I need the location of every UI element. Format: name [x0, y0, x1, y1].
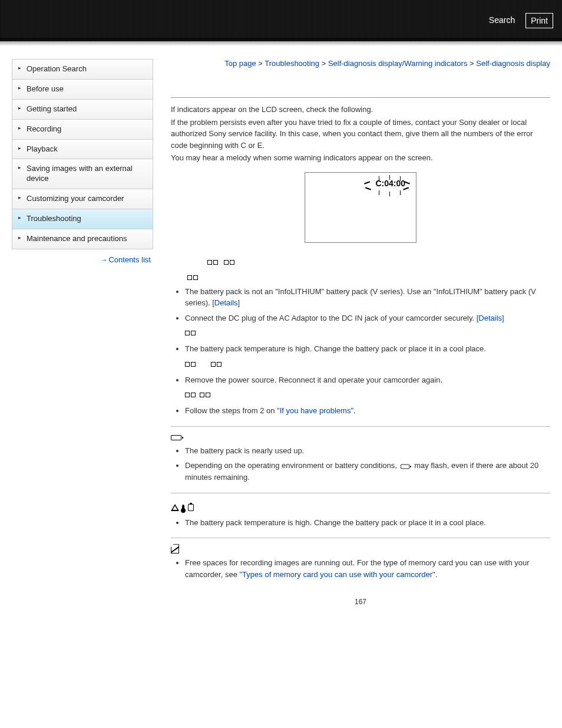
tick-mark: [379, 176, 380, 181]
list-item: Free spaces for recording images are run…: [185, 557, 550, 580]
text: Depending on the operating environment o…: [185, 461, 397, 470]
breadcrumb-self-diag-warning[interactable]: Self-diagnosis display/Warning indicator…: [328, 59, 468, 68]
sidebar-item-before-use[interactable]: Before use: [12, 80, 153, 100]
text: .: [435, 570, 438, 579]
details-link[interactable]: [Details]: [212, 298, 240, 307]
battery-list: The battery pack is nearly used up. Depe…: [172, 445, 550, 483]
text: Follow the steps from 2 on: [185, 406, 275, 415]
header-shadow: [0, 38, 562, 46]
breadcrumb-top[interactable]: Top page: [224, 59, 256, 68]
sidebar-item-customizing[interactable]: Customizing your camcorder: [12, 189, 153, 209]
text: The battery pack temperature is high. Ch…: [185, 344, 486, 353]
sidebar-item-getting-started[interactable]: Getting started: [12, 100, 153, 120]
sidebar-item-recording[interactable]: Recording: [12, 120, 153, 140]
tick-mark: [365, 187, 371, 190]
battery-icon: [401, 464, 409, 469]
thermometer-icon: [182, 505, 184, 510]
contents-list: →Contents list: [12, 249, 153, 264]
tick-mark: [400, 176, 401, 181]
battery-low-icon-heading: [171, 433, 550, 442]
breadcrumb: Top page > Troubleshooting > Self-diagno…: [171, 59, 550, 85]
header-band: Search Print: [0, 0, 562, 41]
breadcrumb-sep: >: [258, 59, 263, 68]
tick-mark: [379, 190, 380, 195]
text: Connect the DC plug of the AC Adaptor to…: [185, 314, 474, 322]
print-button[interactable]: Print: [525, 13, 553, 28]
c04-list: The battery pack is not an "InfoLITHIUM"…: [172, 286, 550, 417]
list-item: Depending on the operating environment o…: [185, 460, 550, 483]
list-item: The battery pack is nearly used up.: [185, 445, 550, 457]
lcd-illustration: C:04:00: [305, 172, 416, 243]
main-content: Top page > Troubleshooting > Self-diagno…: [171, 59, 550, 606]
list-item: Remove the power source. Reconnect it an…: [185, 374, 550, 402]
if-problems-link[interactable]: "If you have problems": [277, 406, 353, 415]
divider: [171, 426, 550, 427]
breadcrumb-sep: >: [470, 59, 474, 68]
warning-triangle-icon: [171, 504, 179, 511]
breadcrumb-sep: >: [322, 59, 326, 68]
sidebar-item-maintenance[interactable]: Maintenance and precautions: [12, 229, 153, 249]
details-link[interactable]: [Details]: [477, 314, 504, 322]
tick-mark: [400, 190, 401, 195]
memory-card-warning-icon: [171, 544, 179, 554]
battery-temp-list: The battery pack temperature is high. Ch…: [172, 517, 550, 529]
arrow-right-icon: →: [100, 256, 107, 264]
intro-p3: You may hear a melody when some warning …: [171, 152, 550, 164]
tick-mark: [364, 181, 370, 184]
list-item: The battery pack temperature is high. Ch…: [185, 343, 550, 371]
tick-mark: [389, 192, 391, 196]
memory-card-list: Free spaces for recording images are run…: [172, 557, 550, 580]
list-item: The battery pack is not an "InfoLITHIUM"…: [185, 286, 550, 309]
divider: [171, 538, 550, 538]
code-heading-main: [207, 257, 550, 267]
lcd-code-text: C:04:00: [375, 179, 405, 188]
battery-temp-icon-heading: [171, 504, 194, 511]
contents-list-link[interactable]: Contents list: [108, 255, 151, 264]
header-actions: Search Print: [484, 13, 553, 28]
sidebar: Operation Search Before use Getting star…: [12, 59, 153, 264]
sidebar-item-operation-search[interactable]: Operation Search: [12, 60, 153, 80]
code-c06: [185, 327, 550, 340]
sidebar-item-troubleshooting[interactable]: Troubleshooting: [12, 209, 153, 229]
sidebar-item-saving-images[interactable]: Saving images with an external device: [12, 159, 153, 189]
code-c04: [187, 273, 550, 282]
breadcrumb-troubleshooting[interactable]: Troubleshooting: [265, 59, 319, 68]
list-item: The battery pack temperature is high. Ch…: [185, 517, 550, 529]
page-number: 167: [171, 598, 550, 606]
intro-text: If indicators appear on the LCD screen, …: [171, 104, 550, 164]
battery-upright-icon: [188, 504, 194, 511]
list-item: Connect the DC plug of the AC Adaptor to…: [185, 312, 550, 340]
code-e: [185, 389, 550, 401]
code-c13-c32: [185, 358, 550, 371]
sidebar-item-playback[interactable]: Playback: [12, 140, 153, 160]
intro-p1: If indicators appear on the LCD screen, …: [171, 104, 550, 116]
memory-card-icon-heading: [171, 544, 550, 554]
divider: [171, 97, 550, 98]
list-item: Follow the steps from 2 on "If you have …: [185, 405, 550, 417]
divider: [171, 493, 550, 493]
battery-icon: [171, 435, 181, 440]
search-button[interactable]: Search: [484, 13, 520, 28]
tick-mark: [389, 175, 391, 180]
text: Remove the power source. Reconnect it an…: [185, 375, 442, 384]
intro-p2: If the problem persists even after you h…: [171, 117, 550, 151]
memory-card-types-link[interactable]: "Types of memory card you can use with y…: [240, 570, 435, 579]
nav-list: Operation Search Before use Getting star…: [12, 59, 153, 249]
text: .: [353, 406, 356, 415]
breadcrumb-self-diag-display[interactable]: Self-diagnosis display: [476, 59, 550, 68]
